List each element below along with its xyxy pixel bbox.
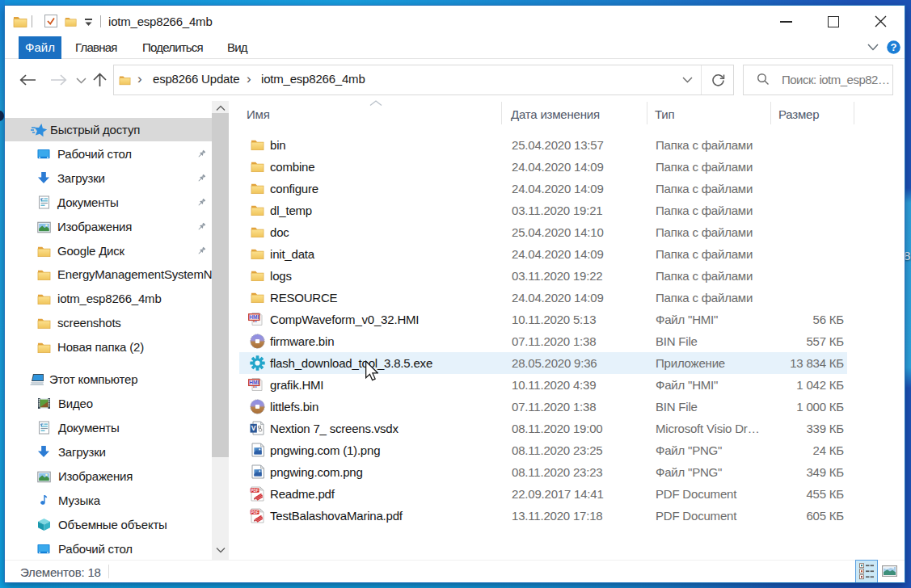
svg-text:?: ? [891, 41, 897, 53]
